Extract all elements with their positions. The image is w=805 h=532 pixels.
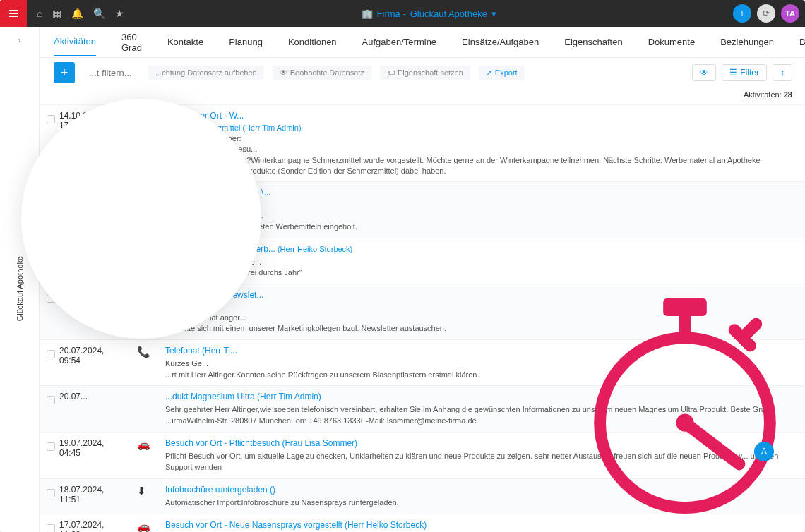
row-date: 17.07.2024, 11:08 — [54, 520, 124, 532]
tab-konditionen[interactable]: Konditionen — [288, 28, 337, 56]
row-date: 14.10.2024, 17:26 — [54, 111, 124, 176]
chip-export[interactable]: ↗Export — [479, 66, 525, 80]
activity-row[interactable]: 17.07.2024, 11:08🚗Besuch vor Ort - Neue … — [40, 514, 805, 532]
row-date: 01.08.2024, 02:00 — [54, 290, 124, 334]
star-icon[interactable]: ★ — [115, 8, 124, 19]
row-title[interactable]: Telefonat - Rückmeldung \... — [165, 188, 792, 198]
row-overlay-desc: ...rt mit Herr Altinger.Konnten seine Rü… — [165, 370, 792, 380]
tab-betreuung[interactable]: Betreuung — [799, 28, 805, 56]
row-overlay-title: ...tel (Herr Heiko Storbeck) — [165, 200, 792, 209]
filter-button[interactable]: ☰Filter — [722, 64, 767, 81]
top-icons: ⌂ ▦ 🔔 🔍 ★ — [37, 8, 124, 19]
add-activity-button[interactable]: + — [54, 62, 75, 83]
hamburger-menu[interactable] — [0, 0, 27, 27]
top-right: + ⟳ TA — [733, 4, 799, 23]
activity-row[interactable]: 14.08.2024, 09:06✉Zusenden von Winter We… — [40, 238, 805, 284]
tab-planung[interactable]: Planung — [229, 28, 263, 56]
user-avatar[interactable]: TA — [781, 4, 799, 23]
row-date: 20.07... — [54, 392, 124, 426]
row-title[interactable]: Zusenden von Winter Werb... (Herr Heiko … — [165, 244, 792, 254]
row-date: 30.08.2024, 14:21 — [54, 188, 124, 231]
activity-row[interactable]: 30.08.2024, 14:21📞Telefonat - Rückmeldun… — [40, 181, 805, 237]
mail-icon: ✉ — [137, 244, 153, 278]
row-title[interactable]: Besuch vor Ort - Pflichtbesuch (Frau Lis… — [165, 438, 792, 448]
row-title[interactable]: ...dukt Magnesium Ultra (Herr Tim Admin) — [165, 392, 792, 401]
row-desc: Frau Linder hat anger... — [165, 313, 792, 323]
row-body: Infobrochüre runtergeladen ()Automatisch… — [165, 485, 792, 508]
row-desc: Automatischer Import:Infobroschüre zu Na… — [165, 497, 792, 508]
calendar-icon[interactable]: ▦ — [52, 8, 61, 19]
tabbar: Aktivitäten 360 Grad Kontakte Planung Ko… — [0, 27, 805, 58]
tab-eigenschaften[interactable]: Eigenschaften — [564, 28, 622, 56]
company-prefix: Firma - — [377, 8, 406, 19]
row-body: Besuch vor Ort - Pflichtbesuch (Frau Lis… — [165, 438, 792, 473]
activity-row[interactable]: 19.07.2024, 04:45🚗Besuch vor Ort - Pflic… — [40, 432, 805, 478]
add-button[interactable]: + — [733, 4, 751, 23]
bell-icon[interactable]: 🔔 — [71, 8, 83, 19]
sidebar: › Glückauf Apotheke — [0, 27, 40, 532]
row-date: 14.08.2024, 09:06 — [54, 244, 124, 278]
count-label: Aktivitäten: — [744, 90, 782, 99]
search-icon[interactable]: 🔍 — [93, 8, 105, 19]
row-overlay-title: ...agne Schmerzmittel (Herr Tim Admin) — [165, 123, 792, 132]
row-overlay-desc: Was wurde besprochen?Winterkampagne Schm… — [165, 155, 792, 176]
activity-row[interactable]: 18.07.2024, 11:51⬇Infobrochüre runtergel… — [40, 478, 805, 514]
activity-row[interactable]: 20.07.2024, 09:54📞Telefonat (Herr Ti...K… — [40, 339, 805, 385]
car-icon: 🚗 — [137, 111, 153, 176]
row-title[interactable]: Besuch vor Ort - Neue Nasensprays vorges… — [165, 520, 792, 530]
phone-icon: 📞 — [137, 346, 153, 380]
company-selector[interactable]: 🏢 Firma - Glückauf Apotheke ▾ — [124, 8, 733, 19]
row-date: 18.07.2024, 11:51 — [54, 485, 124, 508]
row-title[interactable]: Telefonat (Herr Ti... — [165, 346, 792, 356]
eye-button[interactable]: 👁 — [692, 64, 716, 81]
row-desc2: und beim nächsten Besu... — [165, 144, 792, 155]
chip-set-property[interactable]: 🏷Eigenschaft setzen — [380, 66, 470, 80]
chevron-down-icon: ▾ — [491, 8, 496, 19]
row-desc: Kurzes Ge... — [165, 358, 792, 369]
toolbar: + ...chtung Datensatz aufheben 👁Beobacht… — [0, 58, 805, 87]
car-icon: 🚗 — [137, 520, 153, 532]
row-body: ...dukt Magnesium Ultra (Herr Tim Admin)… — [165, 392, 792, 426]
row-body: Telefonat - Rückmeldung \......tel (Herr… — [165, 188, 792, 231]
chip-watch-record[interactable]: 👁Beobachte Datensatz — [273, 66, 371, 80]
row-title[interactable]: Infobrochüre runtergeladen () — [165, 485, 792, 495]
sort-button[interactable]: ↕ — [773, 64, 792, 81]
row-body: Telefonat (Herr Ti...Kurzes Ge......rt m… — [165, 346, 792, 380]
floating-assist-button[interactable]: A — [754, 442, 774, 461]
count-bar: Aktivitäten: 28 — [0, 87, 805, 102]
row-date: 19.07.2024, 04:45 — [54, 438, 124, 473]
tab-beziehungen[interactable]: Beziehungen — [720, 28, 774, 56]
activity-row[interactable]: 14.10.2024, 17:26🚗Besuch vor Ort - W....… — [40, 104, 805, 181]
row-overlay-desc: ...Winter Aktion "Grippefrei durchs Jahr… — [165, 267, 792, 278]
row-overlay-desc: ...n Update zu den versendeten Werbemitt… — [165, 222, 792, 232]
row-desc: Sehr geehrter Herr Altinger,wie soeben t… — [165, 404, 792, 426]
row-body: Besuch vor Ort - Neue Nasensprays vorges… — [165, 520, 792, 532]
row-title[interactable]: Besuch vor Ort - W... — [165, 111, 792, 121]
company-name: Glückauf Apotheke — [410, 8, 487, 19]
filter-input[interactable] — [83, 65, 140, 81]
tab-einsaetze[interactable]: Einsätze/Aufgaben — [462, 28, 539, 56]
row-body: Besuch vor Ort - W......agne Schmerzmitt… — [165, 111, 792, 176]
building-icon: 🏢 — [362, 8, 373, 19]
chip-watch-remove[interactable]: ...chtung Datensatz aufheben — [148, 66, 264, 80]
row-desc: Pflicht Besuch vor Ort, um aktuelle Lage… — [165, 451, 792, 473]
phone-red-icon: 📞 — [137, 188, 153, 231]
tab-aufgaben-termine[interactable]: Aufgaben/Termine — [362, 28, 437, 56]
car-icon: 🚗 — [137, 438, 153, 473]
history-button[interactable]: ⟳ — [757, 4, 775, 23]
tab-360grad[interactable]: 360 Grad — [121, 23, 142, 61]
row-desc: Mit Herrn Altinger telefonie... — [165, 210, 792, 221]
row-body: Austausch über Newslet......im Admin)Fra… — [165, 290, 792, 334]
row-title[interactable]: Austausch über Newslet... — [165, 290, 792, 300]
home-icon[interactable]: ⌂ — [37, 8, 42, 19]
tab-aktivitaeten[interactable]: Aktivitäten — [54, 28, 96, 56]
count-value: 28 — [784, 90, 792, 99]
row-date: 20.07.2024, 09:54 — [54, 346, 124, 380]
tab-dokumente[interactable]: Dokumente — [648, 28, 695, 56]
tab-kontakte[interactable]: Kontakte — [167, 28, 203, 56]
row-body: Zusenden von Winter Werb... (Herr Heiko … — [165, 244, 792, 278]
activity-list: 14.10.2024, 17:26🚗Besuch vor Ort - W....… — [40, 104, 805, 532]
activity-row[interactable]: 01.08.2024, 02:00📞Austausch über Newslet… — [40, 284, 805, 339]
sidebar-expand-icon[interactable]: › — [18, 35, 21, 45]
activity-row[interactable]: 20.07......dukt Magnesium Ultra (Herr Ti… — [40, 385, 805, 432]
